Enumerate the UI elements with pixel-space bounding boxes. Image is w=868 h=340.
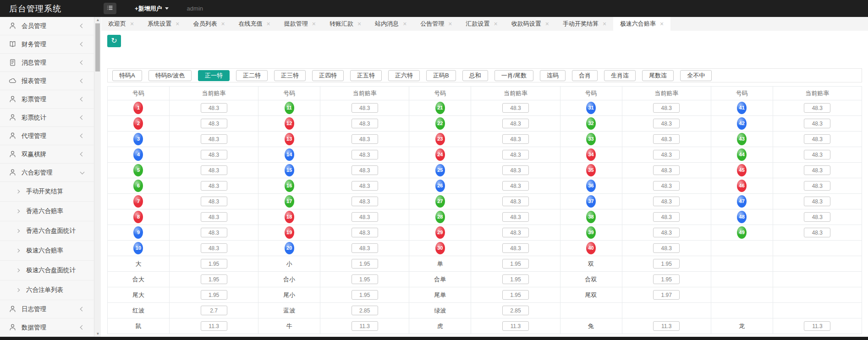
sidebar-item[interactable]: 六合彩管理 [0, 164, 94, 182]
close-icon[interactable]: × [221, 21, 225, 27]
odds-input[interactable] [502, 259, 529, 269]
close-icon[interactable]: × [660, 21, 664, 27]
odds-input[interactable] [653, 243, 680, 253]
odds-input[interactable] [502, 181, 529, 191]
filter-button[interactable]: 正一特 [198, 70, 230, 81]
odds-input[interactable] [352, 150, 378, 159]
odds-input[interactable] [201, 306, 227, 315]
filter-button[interactable]: 特码A [112, 70, 142, 81]
close-icon[interactable]: × [176, 21, 179, 27]
filter-button[interactable]: 生肖连 [604, 70, 636, 81]
odds-input[interactable] [653, 119, 680, 128]
close-icon[interactable]: × [357, 21, 361, 27]
odds-input[interactable] [201, 290, 227, 300]
sidebar-item[interactable]: 日志管理 [0, 300, 94, 318]
odds-input[interactable] [201, 165, 227, 175]
odds-input[interactable] [352, 212, 378, 222]
close-icon[interactable]: × [494, 21, 498, 27]
odds-input[interactable] [352, 274, 378, 284]
odds-input[interactable] [502, 150, 529, 159]
filter-button[interactable]: 正六特 [388, 70, 420, 81]
close-icon[interactable]: × [448, 21, 452, 27]
tab-active[interactable]: 极速六合赔率× [613, 17, 670, 31]
odds-input[interactable] [352, 321, 378, 331]
refresh-button[interactable]: ↻ [107, 35, 121, 47]
odds-input[interactable] [502, 290, 529, 300]
sidebar-subitem[interactable]: 手动开奖结算 [0, 182, 94, 202]
odds-input[interactable] [502, 119, 529, 128]
filter-button[interactable]: 尾数连 [642, 70, 674, 81]
filter-button[interactable]: 正三特 [274, 70, 306, 81]
odds-input[interactable] [653, 103, 680, 113]
odds-input[interactable] [804, 165, 830, 175]
sidebar-item[interactable]: 会员管理 [0, 17, 94, 35]
odds-input[interactable] [502, 212, 529, 222]
sidebar-scrollbar[interactable]: ▲ ▼ [94, 17, 101, 337]
filter-button[interactable]: 正五特 [350, 70, 382, 81]
odds-input[interactable] [502, 134, 529, 144]
odds-input[interactable] [352, 306, 378, 315]
close-icon[interactable]: × [545, 21, 549, 27]
odds-input[interactable] [352, 134, 378, 144]
sidebar-subitem[interactable]: 极速六合赔率 [0, 241, 94, 261]
sidebar-item[interactable]: 报表管理 [0, 72, 94, 90]
filter-button[interactable]: 全不中 [680, 70, 712, 81]
odds-input[interactable] [352, 259, 378, 269]
tab-item[interactable]: 手动开奖结算× [556, 17, 613, 31]
odds-input[interactable] [804, 228, 830, 237]
odds-input[interactable] [804, 150, 830, 159]
odds-input[interactable] [653, 321, 680, 331]
odds-input[interactable] [653, 134, 680, 144]
odds-input[interactable] [502, 165, 529, 175]
odds-input[interactable] [201, 150, 227, 159]
odds-input[interactable] [502, 197, 529, 206]
odds-input[interactable] [502, 321, 529, 331]
filter-button[interactable]: 合肖 [572, 70, 598, 81]
odds-input[interactable] [502, 228, 529, 237]
sidebar-item[interactable]: 彩票管理 [0, 90, 94, 109]
tab-item[interactable]: 汇款设置× [459, 17, 505, 31]
odds-input[interactable] [653, 259, 680, 269]
sidebar-item[interactable]: 代理管理 [0, 127, 94, 145]
odds-input[interactable] [804, 103, 830, 113]
close-icon[interactable]: × [267, 21, 270, 27]
filter-button[interactable]: 正二特 [236, 70, 268, 81]
tab-item[interactable]: 系统设置× [141, 17, 186, 31]
odds-input[interactable] [201, 212, 227, 222]
filter-button[interactable]: 一肖/尾数 [494, 70, 534, 81]
odds-input[interactable] [502, 243, 529, 253]
sidebar-item[interactable]: 财务管理 [0, 35, 94, 54]
odds-input[interactable] [352, 165, 378, 175]
tab-item[interactable]: 站内消息× [368, 17, 413, 31]
odds-input[interactable] [352, 181, 378, 191]
tab-item[interactable]: 在线充值× [232, 17, 277, 31]
filter-button[interactable]: 特码B/波色 [148, 70, 192, 81]
close-icon[interactable]: × [603, 21, 606, 27]
odds-input[interactable] [804, 181, 830, 191]
odds-input[interactable] [201, 119, 227, 128]
odds-input[interactable] [804, 134, 830, 144]
sidebar-subitem[interactable]: 香港六合盘面统计 [0, 221, 94, 241]
odds-input[interactable] [502, 274, 529, 284]
scroll-up-arrow-icon[interactable]: ▲ [94, 17, 101, 23]
odds-input[interactable] [653, 212, 680, 222]
filter-button[interactable]: 总和 [462, 70, 488, 81]
tab-item[interactable]: 转账汇款× [323, 17, 368, 31]
odds-input[interactable] [352, 228, 378, 237]
sidebar-subitem[interactable]: 香港六合赔率 [0, 202, 94, 221]
sidebar-item[interactable]: 数据管理 [0, 318, 94, 337]
sidebar-subitem[interactable]: 六合注单列表 [0, 280, 94, 300]
odds-input[interactable] [352, 197, 378, 206]
odds-input[interactable] [653, 228, 680, 237]
sidebar-item[interactable]: 彩票统计 [0, 109, 94, 127]
odds-input[interactable] [201, 197, 227, 206]
odds-input[interactable] [502, 306, 529, 315]
close-icon[interactable]: × [130, 21, 134, 27]
odds-input[interactable] [352, 243, 378, 253]
odds-input[interactable] [653, 181, 680, 191]
odds-input[interactable] [804, 212, 830, 222]
odds-input[interactable] [201, 134, 227, 144]
tab-item[interactable]: 欢迎页× [101, 17, 141, 31]
odds-input[interactable] [201, 274, 227, 284]
odds-input[interactable] [804, 119, 830, 128]
